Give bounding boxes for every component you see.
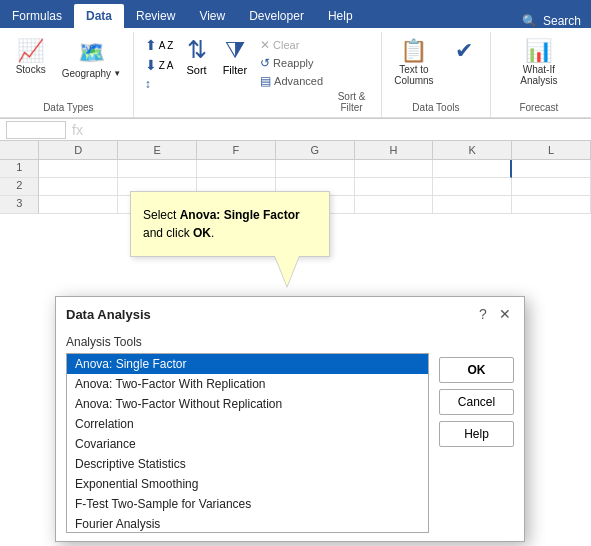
search-icon: 🔍: [522, 14, 537, 28]
stocks-label: Stocks: [16, 64, 46, 75]
what-if-icon: 📊: [525, 40, 552, 62]
list-item[interactable]: Anova: Single Factor: [67, 354, 428, 374]
tab-view[interactable]: View: [187, 4, 237, 28]
tab-review[interactable]: Review: [124, 4, 187, 28]
sort-za-label: Z: [159, 60, 165, 71]
advanced-icon: ▤: [260, 74, 271, 88]
reapply-icon: ↺: [260, 56, 270, 70]
data-tools-items: 📋 Text toColumns ✔: [388, 36, 483, 100]
advanced-label: Advanced: [274, 75, 323, 87]
dialog-titlebar: Data Analysis ? ✕: [56, 297, 524, 327]
data-tools-group-label: Data Tools: [412, 102, 459, 113]
cancel-button[interactable]: Cancel: [439, 389, 514, 415]
text-to-columns-icon: 📋: [400, 40, 427, 62]
list-item[interactable]: Descriptive Statistics: [67, 454, 428, 474]
list-item[interactable]: Correlation: [67, 414, 428, 434]
dropdown-arrow-icon: ▼: [113, 69, 121, 78]
sort-az-label: A: [159, 40, 166, 51]
filter-icon: ⧩: [225, 36, 245, 64]
filter-label: Filter: [223, 64, 247, 76]
analysis-tools-list[interactable]: Anova: Single Factor Anova: Two-Factor W…: [66, 353, 429, 533]
formula-separator: fx: [72, 122, 83, 138]
list-item[interactable]: Anova: Two-Factor Without Replication: [67, 394, 428, 414]
stocks-button[interactable]: 📈 Stocks: [10, 36, 52, 79]
dialog-controls: ? ✕: [474, 305, 514, 323]
forecast-items: 📊 What-If Analysis: [499, 36, 579, 100]
tab-developer[interactable]: Developer: [237, 4, 316, 28]
text-to-columns-button[interactable]: 📋 Text toColumns: [388, 36, 439, 90]
dialog-title: Data Analysis: [66, 307, 151, 322]
data-types-items: 📈 Stocks 🗺️ Geography ▼: [10, 36, 127, 100]
reapply-label: Reapply: [273, 57, 313, 69]
data-types-group-label: Data Types: [43, 102, 93, 113]
sort-arrows-col: ⬆ A Z ⬇ Z A ↕: [142, 36, 177, 92]
forecast-group-label: Forecast: [519, 102, 558, 113]
spreadsheet: D E F G H K L 1 2 3: [0, 141, 591, 546]
tab-data[interactable]: Data: [74, 4, 124, 28]
sort-za-sub: A: [167, 60, 174, 71]
group-sort-filter: ⬆ A Z ⬇ Z A ↕ ⇅ Sort ⧩: [134, 32, 382, 117]
sort-az-icon: ⬆: [145, 37, 157, 53]
geography-label: Geography ▼: [62, 68, 121, 79]
group-data-types: 📈 Stocks 🗺️ Geography ▼ Data Types: [4, 32, 134, 117]
dialog-right-panel: OK Cancel Help: [439, 335, 514, 533]
data-validation-button[interactable]: ✔: [444, 36, 484, 68]
sort-icon: ⇅: [187, 36, 207, 64]
clear-label: Clear: [273, 39, 299, 51]
tab-formulas[interactable]: Formulas: [0, 4, 74, 28]
geography-button[interactable]: 🗺️ Geography ▼: [56, 36, 127, 83]
data-analysis-dialog: Data Analysis ? ✕ Analysis Tools Anova: …: [55, 296, 525, 542]
sort-label: Sort: [186, 64, 206, 76]
clear-icon: ✕: [260, 38, 270, 52]
ribbon: Formulas Data Review View Developer Help…: [0, 0, 591, 119]
name-box[interactable]: [6, 121, 66, 139]
tab-help[interactable]: Help: [316, 4, 365, 28]
list-item[interactable]: Fourier Analysis: [67, 514, 428, 533]
list-item[interactable]: Covariance: [67, 434, 428, 454]
clear-button[interactable]: ✕ Clear: [257, 36, 326, 54]
dialog-overlay: Data Analysis ? ✕ Analysis Tools Anova: …: [0, 141, 591, 546]
dialog-question-button[interactable]: ?: [474, 305, 492, 323]
search-label[interactable]: Search: [543, 14, 581, 28]
list-item[interactable]: Anova: Two-Factor With Replication: [67, 374, 428, 394]
what-if-button[interactable]: 📊 What-If Analysis: [499, 36, 579, 90]
sort-za-icon: ⬇: [145, 57, 157, 73]
sort-az-button[interactable]: ⬆ A Z: [142, 36, 177, 54]
dialog-close-button[interactable]: ✕: [496, 305, 514, 323]
dialog-body: Analysis Tools Anova: Single Factor Anov…: [56, 327, 524, 541]
list-item[interactable]: F-Test Two-Sample for Variances: [67, 494, 428, 514]
formula-input[interactable]: [89, 124, 585, 136]
ribbon-tab-bar: Formulas Data Review View Developer Help…: [0, 0, 591, 28]
sort-filter-group-label: Sort & Filter: [330, 91, 373, 113]
advanced-button[interactable]: ▤ Advanced: [257, 72, 326, 90]
ok-button[interactable]: OK: [439, 357, 514, 383]
group-forecast: 📊 What-If Analysis Forecast: [491, 32, 587, 117]
geography-icon: 🗺️: [78, 40, 105, 66]
help-button[interactable]: Help: [439, 421, 514, 447]
stocks-icon: 📈: [17, 40, 44, 62]
text-to-columns-label: Text toColumns: [394, 64, 433, 86]
sort-za2-button[interactable]: ↕: [142, 76, 177, 92]
sort-mixed-icon: ↕: [145, 77, 151, 91]
formula-bar: fx: [0, 119, 591, 141]
sort-az-sub: Z: [167, 40, 173, 51]
reapply-button[interactable]: ↺ Reapply: [257, 54, 326, 72]
sort-za-button[interactable]: ⬇ Z A: [142, 56, 177, 74]
group-data-tools: 📋 Text toColumns ✔ Data Tools: [382, 32, 491, 117]
reapply-col: ✕ Clear ↺ Reapply ▤ Advanced: [257, 36, 326, 90]
sort-button[interactable]: ⇅ Sort: [180, 36, 212, 76]
filter-button[interactable]: ⧩ Filter: [217, 36, 253, 76]
data-validation-icon: ✔: [455, 40, 473, 62]
list-item[interactable]: Exponential Smoothing: [67, 474, 428, 494]
what-if-label: What-If Analysis: [505, 64, 573, 86]
analysis-tools-label: Analysis Tools: [66, 335, 429, 349]
ribbon-content: 📈 Stocks 🗺️ Geography ▼ Data Types ⬆ A: [0, 28, 591, 118]
dialog-left-panel: Analysis Tools Anova: Single Factor Anov…: [66, 335, 429, 533]
